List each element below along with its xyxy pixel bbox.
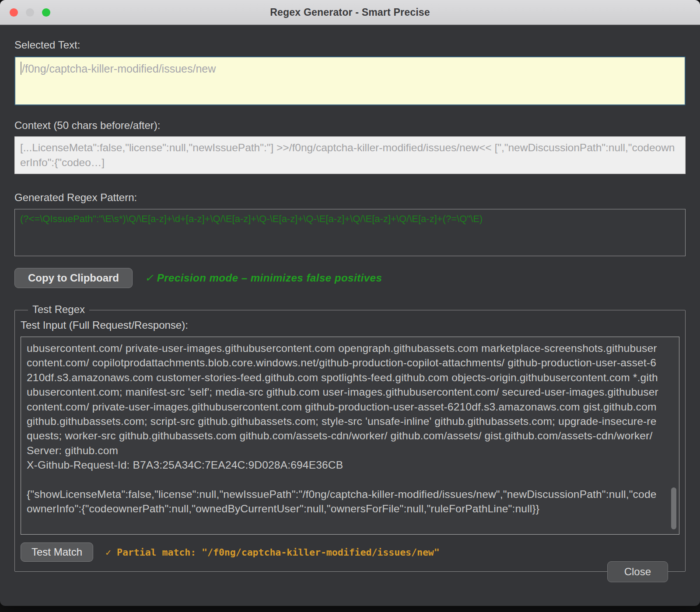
minimize-window-icon[interactable] [26,8,34,17]
test-match-row: Test Match ✓ Partial match: "/f0ng/captc… [21,542,679,562]
dialog-content: Selected Text: /f0ng/captcha-killer-modi… [0,25,700,606]
precision-mode-status: ✓ Precision mode – minimizes false posit… [145,272,382,284]
match-result-status: ✓ Partial match: "/f0ng/captcha-killer-m… [105,547,440,558]
close-button[interactable]: Close [607,561,668,582]
traffic-lights [10,0,50,24]
regex-pattern-text: (?<=\QIssuePath":"\E\s*)\Q/\E[a-z]+\d+[a… [20,213,483,224]
test-regex-group-title: Test Regex [28,303,89,316]
context-label: Context (50 chars before/after): [14,119,686,132]
test-regex-group: Test Regex Test Input (Full Request/Resp… [14,310,686,572]
selected-text-label: Selected Text: [14,25,686,51]
regex-pattern-label: Generated Regex Pattern: [14,191,686,204]
context-display[interactable]: [...LicenseMeta":false,"license":null,"n… [14,136,686,174]
dialog-window: Regex Generator - Smart Precise Selected… [0,0,700,606]
test-match-button[interactable]: Test Match [21,542,93,562]
title-bar[interactable]: Regex Generator - Smart Precise [0,0,700,25]
zoom-window-icon[interactable] [42,8,50,17]
text-cursor [21,62,21,75]
test-input-container: ubusercontent.com/ private-user-images.g… [21,337,679,535]
test-input-label: Test Input (Full Request/Response): [21,319,679,331]
close-window-icon[interactable] [10,8,18,17]
test-input-textarea[interactable]: ubusercontent.com/ private-user-images.g… [21,337,679,535]
regex-pattern-display[interactable]: (?<=\QIssuePath":"\E\s*)\Q/\E[a-z]+\d+[a… [14,209,686,256]
selected-text-input[interactable]: /f0ng/captcha-killer-modified/issues/new [14,56,686,105]
copy-row: Copy to Clipboard ✓ Precision mode – min… [14,268,686,288]
scrollbar-thumb[interactable] [671,487,676,529]
selected-text-value: /f0ng/captcha-killer-modified/issues/new [22,63,216,75]
window-title: Regex Generator - Smart Precise [270,7,430,18]
copy-to-clipboard-button[interactable]: Copy to Clipboard [14,268,133,288]
